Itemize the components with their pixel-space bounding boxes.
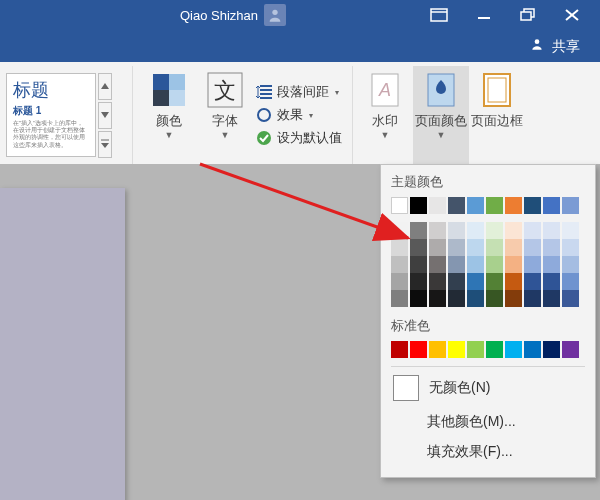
color-swatch[interactable] [391, 197, 408, 214]
color-swatch[interactable] [448, 197, 465, 214]
color-swatch[interactable] [562, 273, 579, 290]
watermark-button[interactable]: A 水印 ▼ [357, 66, 413, 164]
more-colors-item[interactable]: 其他颜色(M)... [391, 407, 585, 437]
document-formatting-gallery[interactable]: 标题 标题 1 在"插入"选项卡上的库中，在设计用于创建于文档整体外观的协调性，… [0, 66, 133, 164]
close-icon[interactable] [564, 8, 580, 22]
color-swatch[interactable] [429, 239, 446, 256]
gallery-down-button[interactable] [98, 102, 112, 129]
color-swatch[interactable] [524, 197, 541, 214]
color-swatch[interactable] [486, 290, 503, 307]
color-swatch[interactable] [429, 273, 446, 290]
fonts-button[interactable]: 文 字体 ▼ [197, 66, 253, 164]
color-swatch[interactable] [467, 341, 484, 358]
color-swatch[interactable] [505, 256, 522, 273]
color-swatch[interactable] [467, 256, 484, 273]
color-swatch[interactable] [429, 256, 446, 273]
color-swatch[interactable] [448, 273, 465, 290]
color-swatch[interactable] [543, 256, 560, 273]
gallery-more-button[interactable] [98, 131, 112, 158]
color-swatch[interactable] [543, 197, 560, 214]
color-swatch[interactable] [410, 197, 427, 214]
color-swatch[interactable] [486, 273, 503, 290]
color-swatch[interactable] [524, 290, 541, 307]
color-swatch[interactable] [467, 222, 484, 239]
paragraph-spacing-button[interactable]: 段落间距▾ [255, 83, 342, 101]
color-swatch[interactable] [467, 290, 484, 307]
style-preview: 标题 标题 1 在"插入"选项卡上的库中，在设计用于创建于文档整体外观的协调性，… [6, 73, 96, 157]
color-swatch[interactable] [543, 341, 560, 358]
color-swatch[interactable] [410, 290, 427, 307]
color-swatch[interactable] [429, 197, 446, 214]
color-swatch[interactable] [486, 256, 503, 273]
color-swatch[interactable] [524, 239, 541, 256]
color-swatch[interactable] [486, 197, 503, 214]
account-area[interactable]: Qiao Shizhan [180, 4, 286, 26]
no-color-icon [393, 375, 419, 401]
color-swatch[interactable] [410, 273, 427, 290]
colors-label: 颜色 [156, 112, 182, 130]
color-swatch[interactable] [505, 222, 522, 239]
color-swatch[interactable] [448, 256, 465, 273]
page-borders-button[interactable]: 页面边框 [469, 66, 525, 164]
share-button[interactable]: 共享 [530, 37, 580, 56]
color-swatch[interactable] [562, 239, 579, 256]
color-swatch[interactable] [429, 341, 446, 358]
effects-button[interactable]: 效果▾ [255, 106, 342, 124]
color-swatch[interactable] [505, 273, 522, 290]
color-swatch[interactable] [524, 273, 541, 290]
color-swatch[interactable] [543, 239, 560, 256]
fill-effects-item[interactable]: 填充效果(F)... [391, 437, 585, 467]
color-swatch[interactable] [448, 290, 465, 307]
color-swatch[interactable] [562, 256, 579, 273]
color-swatch[interactable] [410, 341, 427, 358]
no-color-item[interactable]: 无颜色(N) [391, 366, 585, 407]
color-swatch[interactable] [391, 222, 408, 239]
color-swatch[interactable] [543, 290, 560, 307]
color-swatch[interactable] [543, 222, 560, 239]
color-swatch[interactable] [410, 256, 427, 273]
color-swatch[interactable] [524, 222, 541, 239]
color-swatch[interactable] [391, 341, 408, 358]
theme-tint-grid [391, 222, 585, 307]
color-swatch[interactable] [448, 341, 465, 358]
color-swatch[interactable] [391, 273, 408, 290]
color-swatch[interactable] [467, 239, 484, 256]
color-swatch[interactable] [448, 222, 465, 239]
color-swatch[interactable] [562, 197, 579, 214]
share-bar: 共享 [0, 30, 600, 62]
color-swatch[interactable] [524, 256, 541, 273]
chevron-down-icon: ▼ [221, 130, 230, 140]
color-swatch[interactable] [486, 341, 503, 358]
set-as-default-button[interactable]: 设为默认值 [255, 129, 342, 147]
paragraph-spacing-label: 段落间距 [277, 83, 329, 101]
document-page[interactable] [0, 188, 125, 500]
color-swatch[interactable] [391, 290, 408, 307]
color-swatch[interactable] [410, 239, 427, 256]
colors-button[interactable]: 颜色 ▼ [141, 66, 197, 164]
color-swatch[interactable] [543, 273, 560, 290]
color-swatch[interactable] [505, 341, 522, 358]
color-swatch[interactable] [524, 341, 541, 358]
ribbon-display-options-icon[interactable] [430, 8, 448, 22]
color-swatch[interactable] [467, 197, 484, 214]
color-swatch[interactable] [562, 222, 579, 239]
color-swatch[interactable] [562, 290, 579, 307]
color-swatch[interactable] [467, 273, 484, 290]
color-swatch[interactable] [505, 239, 522, 256]
gallery-up-button[interactable] [98, 73, 112, 100]
page-color-button[interactable]: 页面颜色 ▼ [413, 66, 469, 164]
restore-icon[interactable] [520, 8, 536, 22]
color-swatch[interactable] [429, 290, 446, 307]
color-swatch[interactable] [486, 239, 503, 256]
color-swatch[interactable] [486, 222, 503, 239]
chevron-down-icon: ▾ [335, 88, 339, 97]
minimize-icon[interactable] [476, 8, 492, 22]
color-swatch[interactable] [410, 222, 427, 239]
color-swatch[interactable] [391, 256, 408, 273]
color-swatch[interactable] [562, 341, 579, 358]
color-swatch[interactable] [391, 239, 408, 256]
color-swatch[interactable] [505, 290, 522, 307]
color-swatch[interactable] [429, 222, 446, 239]
color-swatch[interactable] [505, 197, 522, 214]
color-swatch[interactable] [448, 239, 465, 256]
